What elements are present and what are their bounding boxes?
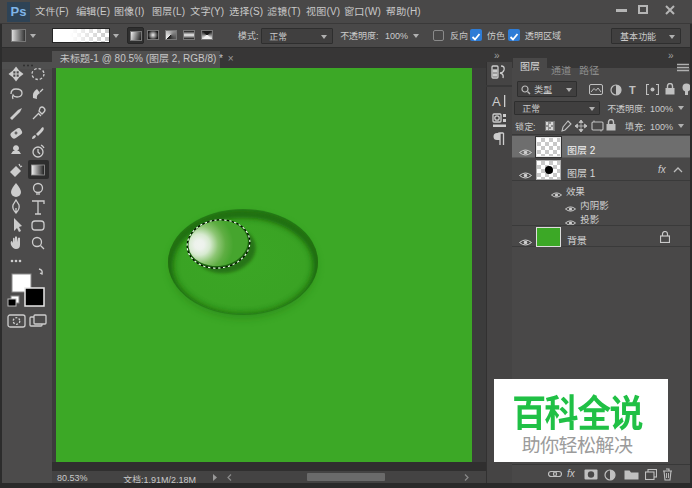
svg-text:A: A <box>492 94 501 109</box>
